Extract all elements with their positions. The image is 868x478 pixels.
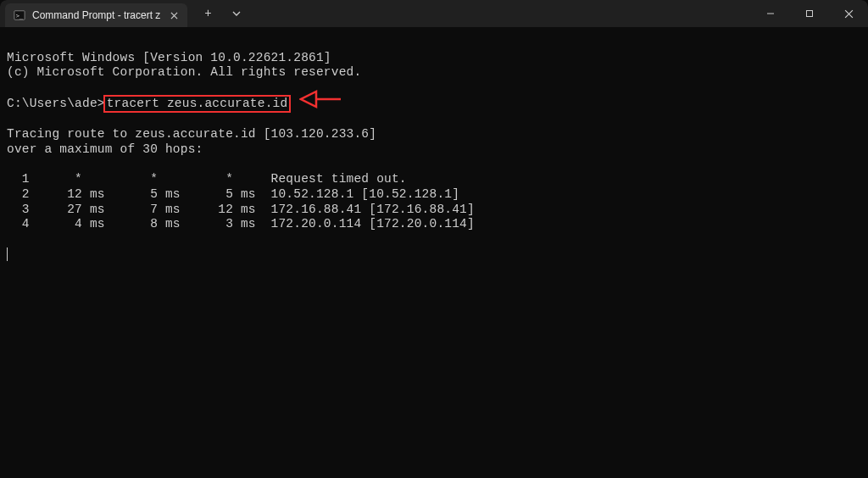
command-highlight: tracert zeus.accurate.id [103,95,292,114]
plus-icon: + [204,7,211,20]
trace-subheader: over a maximum of 30 hops: [7,142,203,156]
command-text: tracert zeus.accurate.id [107,97,288,110]
minimize-icon [766,9,775,18]
cmd-icon: >_ [14,9,25,21]
terminal-output[interactable]: Microsoft Windows [Version 10.0.22621.28… [0,27,868,286]
prompt-prefix: C:\Users\ade> [7,97,105,110]
chevron-down-icon [232,11,241,16]
annotation-arrow [284,73,342,114]
minimize-button[interactable] [751,0,790,27]
hops-list: 1 * * * Request timed out. 2 12 ms 5 ms … [7,172,475,231]
maximize-icon [805,9,814,18]
tab-command-prompt[interactable]: >_ Command Prompt - tracert z [5,3,187,27]
maximize-button[interactable] [790,0,829,27]
cursor [7,247,14,261]
tab-actions: + [187,0,257,27]
close-icon [844,9,854,19]
title-bar-drag-area[interactable] [257,0,751,27]
new-tab-button[interactable]: + [196,3,220,24]
tab-close-button[interactable] [167,8,181,22]
trace-header: Tracing route to zeus.accurate.id [103.1… [7,127,376,141]
window-controls [751,0,868,27]
svg-rect-2 [807,11,813,17]
title-bar: >_ Command Prompt - tracert z + [0,0,868,27]
tab-dropdown-button[interactable] [225,3,248,24]
close-window-button[interactable] [829,0,868,27]
version-line: Microsoft Windows [Version 10.0.22621.28… [7,51,331,64]
svg-text:>_: >_ [16,13,24,19]
tab-title: Command Prompt - tracert z [32,9,160,21]
